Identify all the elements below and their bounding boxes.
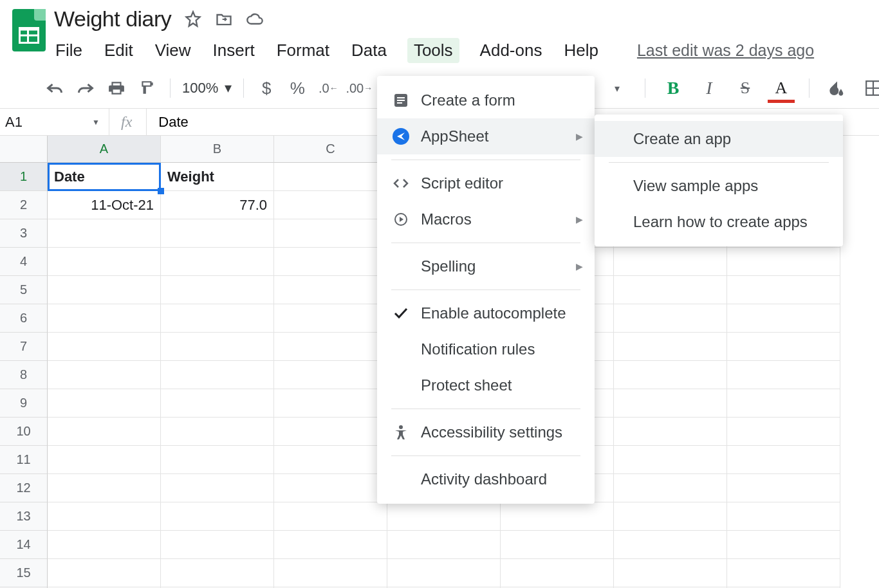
cell-C4[interactable] xyxy=(274,248,387,276)
cell-A3[interactable] xyxy=(48,219,161,248)
menu-protect-sheet[interactable]: Protect sheet xyxy=(377,367,595,403)
cell-G10[interactable] xyxy=(727,418,840,446)
row-header-2[interactable]: 2 xyxy=(0,191,48,219)
italic-button[interactable]: I xyxy=(698,77,720,99)
cell-G11[interactable] xyxy=(727,446,840,474)
cell-G7[interactable] xyxy=(727,333,840,361)
cell-B1[interactable]: Weight xyxy=(161,163,274,191)
cell-G6[interactable] xyxy=(727,304,840,333)
cell-A8[interactable] xyxy=(48,361,161,389)
cell-E13[interactable] xyxy=(501,502,614,531)
cell-B4[interactable] xyxy=(161,248,274,276)
name-box[interactable]: A1 ▼ xyxy=(0,109,109,135)
row-header-14[interactable]: 14 xyxy=(0,531,48,559)
row-header-5[interactable]: 5 xyxy=(0,276,48,304)
cell-D13[interactable] xyxy=(387,502,501,531)
zoom-dropdown[interactable]: 100%▾ xyxy=(182,80,232,96)
cell-C5[interactable] xyxy=(274,276,387,304)
cell-B8[interactable] xyxy=(161,361,274,389)
fill-handle[interactable] xyxy=(158,188,164,194)
submenu-create-app[interactable]: Create an app xyxy=(595,121,843,157)
cell-F13[interactable] xyxy=(614,502,727,531)
cloud-status-icon[interactable] xyxy=(246,10,264,28)
document-title[interactable]: Weight diary xyxy=(54,6,171,32)
row-header-15[interactable]: 15 xyxy=(0,559,48,587)
cell-C8[interactable] xyxy=(274,361,387,389)
cell-F10[interactable] xyxy=(614,418,727,446)
row-header-13[interactable]: 13 xyxy=(0,502,48,531)
menu-file[interactable]: File xyxy=(54,38,84,63)
cell-G13[interactable] xyxy=(727,502,840,531)
menu-accessibility[interactable]: Accessibility settings xyxy=(377,414,595,450)
strikethrough-button[interactable]: S xyxy=(734,77,756,99)
column-header-a[interactable]: A xyxy=(48,136,161,163)
percent-button[interactable]: % xyxy=(286,77,308,99)
menu-edit[interactable]: Edit xyxy=(103,38,134,63)
currency-button[interactable]: $ xyxy=(255,77,277,99)
cell-C9[interactable] xyxy=(274,389,387,418)
menu-data[interactable]: Data xyxy=(350,38,388,63)
cell-C2[interactable] xyxy=(274,191,387,219)
cell-F5[interactable] xyxy=(614,276,727,304)
cell-A14[interactable] xyxy=(48,531,161,559)
menu-view[interactable]: View xyxy=(154,38,192,63)
cell-C14[interactable] xyxy=(274,531,387,559)
row-header-7[interactable]: 7 xyxy=(0,333,48,361)
menu-addons[interactable]: Add-ons xyxy=(479,38,544,63)
cell-F15[interactable] xyxy=(614,559,727,587)
row-header-8[interactable]: 8 xyxy=(0,361,48,389)
cell-F4[interactable] xyxy=(614,248,727,276)
row-header-3[interactable]: 3 xyxy=(0,219,48,248)
text-color-button[interactable]: A xyxy=(770,77,792,99)
cell-F6[interactable] xyxy=(614,304,727,333)
submenu-learn[interactable]: Learn how to create apps xyxy=(595,204,843,240)
cell-B6[interactable] xyxy=(161,304,274,333)
select-all-corner[interactable] xyxy=(0,136,48,163)
submenu-view-sample[interactable]: View sample apps xyxy=(595,168,843,204)
decrease-decimal-button[interactable]: .0← xyxy=(317,77,339,99)
cell-A7[interactable] xyxy=(48,333,161,361)
cell-C7[interactable] xyxy=(274,333,387,361)
cell-C12[interactable] xyxy=(274,474,387,502)
sheets-logo[interactable] xyxy=(9,10,49,50)
cell-A2[interactable]: 11-Oct-21 xyxy=(48,191,161,219)
row-header-1[interactable]: 1 xyxy=(0,163,48,191)
row-header-9[interactable]: 9 xyxy=(0,389,48,418)
cell-B9[interactable] xyxy=(161,389,274,418)
cell-A6[interactable] xyxy=(48,304,161,333)
cell-B14[interactable] xyxy=(161,531,274,559)
cell-C15[interactable] xyxy=(274,559,387,587)
last-edit-link[interactable]: Last edit was 2 days ago xyxy=(637,41,814,60)
cell-C13[interactable] xyxy=(274,502,387,531)
borders-button[interactable] xyxy=(862,77,879,99)
cell-G14[interactable] xyxy=(727,531,840,559)
cell-C1[interactable] xyxy=(274,163,387,191)
cell-B13[interactable] xyxy=(161,502,274,531)
cell-F12[interactable] xyxy=(614,474,727,502)
cell-A12[interactable] xyxy=(48,474,161,502)
cell-B2[interactable]: 77.0 xyxy=(161,191,274,219)
menu-notification-rules[interactable]: Notification rules xyxy=(377,331,595,367)
menu-spelling[interactable]: Spelling ▶ xyxy=(377,248,595,284)
cell-B11[interactable] xyxy=(161,446,274,474)
move-folder-icon[interactable] xyxy=(215,10,233,28)
cell-A1[interactable]: Date xyxy=(48,163,161,191)
cell-F8[interactable] xyxy=(614,361,727,389)
menu-format[interactable]: Format xyxy=(275,38,331,63)
cell-D15[interactable] xyxy=(387,559,501,587)
menu-activity-dashboard[interactable]: Activity dashboard xyxy=(377,461,595,497)
cell-G5[interactable] xyxy=(727,276,840,304)
cell-D14[interactable] xyxy=(387,531,501,559)
menu-enable-autocomplete[interactable]: Enable autocomplete xyxy=(377,295,595,331)
menu-tools[interactable]: Tools xyxy=(407,38,459,63)
menu-create-form[interactable]: Create a form xyxy=(377,82,595,118)
cell-C6[interactable] xyxy=(274,304,387,333)
cell-C3[interactable] xyxy=(274,219,387,248)
cell-B5[interactable] xyxy=(161,276,274,304)
star-icon[interactable] xyxy=(184,10,202,28)
cell-G4[interactable] xyxy=(727,248,840,276)
cell-G12[interactable] xyxy=(727,474,840,502)
cell-E14[interactable] xyxy=(501,531,614,559)
cell-F9[interactable] xyxy=(614,389,727,418)
cell-B3[interactable] xyxy=(161,219,274,248)
